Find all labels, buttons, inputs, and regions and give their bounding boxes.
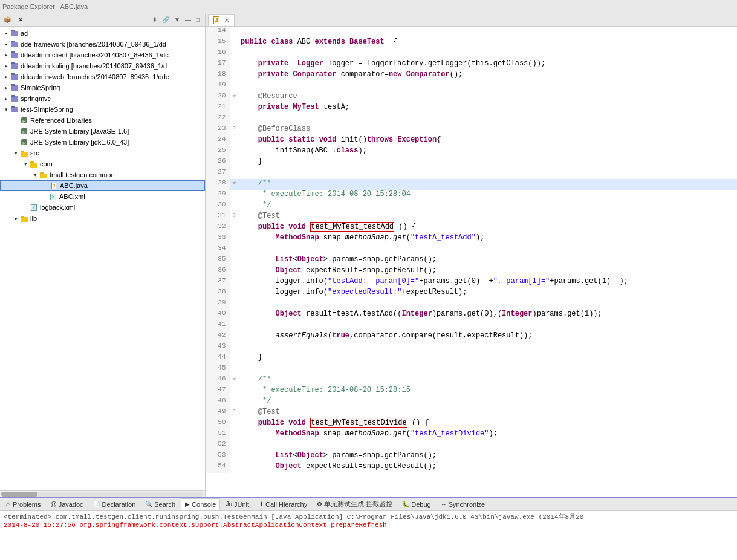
code-row-24[interactable]: 24 public static void init()throws Excep…	[206, 135, 737, 146]
tree-item-ddeadmin-client[interactable]: ▸ddeadmin-client [branches/20140807_8943…	[0, 50, 205, 60]
code-cell-50[interactable]: public void test_MyTest_testDivide () {	[238, 418, 737, 429]
maximize-btn[interactable]: □	[194, 16, 201, 24]
expand-arrow-ddeadmin-client[interactable]: ▸	[2, 52, 10, 58]
editor-tab-abc-java[interactable]: J ✕	[208, 14, 235, 26]
code-cell-23[interactable]: @BeforeClass	[238, 125, 737, 135]
code-row-52[interactable]: 52	[206, 440, 737, 451]
code-cell-16[interactable]	[238, 48, 737, 59]
bottom-tab-unittestgen[interactable]: ⚙单元测试生成:拦截监控	[313, 498, 397, 510]
fold-marker-26[interactable]	[230, 157, 238, 168]
tree-item-ref-libs[interactable]: RReferenced Libraries	[0, 115, 205, 126]
code-row-27[interactable]: 27	[206, 168, 737, 179]
code-row-38[interactable]: 38 logger.info("expectedResult:"+expectR…	[206, 288, 737, 299]
fold-marker-29[interactable]	[230, 190, 238, 201]
code-row-42[interactable]: 42 assertEquals(true,comparator.compare(…	[206, 331, 737, 342]
fold-marker-32[interactable]	[230, 223, 238, 233]
fold-marker-49[interactable]: ⊖	[230, 408, 238, 418]
code-cell-17[interactable]: private Logger logger = LoggerFactory.ge…	[238, 59, 737, 70]
code-cell-26[interactable]: }	[238, 157, 737, 168]
code-row-16[interactable]: 16	[206, 48, 737, 59]
fold-marker-28[interactable]: ⊖	[230, 179, 238, 190]
code-row-23[interactable]: 23⊖ @BeforeClass	[206, 125, 737, 135]
code-row-32[interactable]: 32 public void test_MyTest_testAdd () {	[206, 223, 737, 233]
expand-arrow-ddeadmin-kuling[interactable]: ▸	[2, 63, 10, 69]
code-cell-40[interactable]: Object result=testA.testAdd((Integer)par…	[238, 310, 737, 321]
code-cell-18[interactable]: private Comparator comparator=new Compar…	[238, 70, 737, 81]
bottom-tab-synchronize[interactable]: ↔Synchronize	[437, 498, 490, 510]
tree-item-com[interactable]: ▾com	[0, 158, 205, 169]
code-cell-41[interactable]	[238, 321, 737, 331]
code-cell-28[interactable]: /**	[238, 179, 737, 190]
fold-marker-24[interactable]	[230, 135, 238, 146]
code-row-39[interactable]: 39	[206, 299, 737, 310]
code-cell-38[interactable]: logger.info("expectedResult:"+expectResu…	[238, 288, 737, 299]
code-cell-36[interactable]: Object expectResult=snap.getResult();	[238, 266, 737, 277]
tab-close-icon[interactable]: ✕	[224, 17, 229, 24]
bottom-tab-problems[interactable]: ⚠Problems	[1, 498, 45, 510]
code-cell-54[interactable]: Object expectResult=snap.getResult();	[238, 462, 737, 473]
tree-item-logback[interactable]: Xlogback.xml	[0, 202, 205, 213]
expand-arrow-tmall[interactable]: ▾	[31, 172, 39, 178]
code-cell-49[interactable]: @Test	[238, 408, 737, 418]
code-row-35[interactable]: 35 List<Object> params=snap.getParams();	[206, 255, 737, 266]
code-cell-48[interactable]: */	[238, 397, 737, 408]
fold-marker-16[interactable]	[230, 48, 238, 59]
code-cell-45[interactable]	[238, 364, 737, 375]
expand-arrow-springmvc[interactable]: ▸	[2, 96, 10, 102]
code-cell-51[interactable]: MethodSnap snap=methodSnap.get("testA_te…	[238, 429, 737, 440]
code-cell-24[interactable]: public static void init()throws Exceptio…	[238, 135, 737, 146]
tree-item-test-SimpleSpring[interactable]: ▾test-SimpleSpring	[0, 104, 205, 115]
fold-marker-48[interactable]	[230, 397, 238, 408]
tree-item-jre-jdk[interactable]: RJRE System Library [jdk1.6.0_43]	[0, 137, 205, 148]
fold-marker-37[interactable]	[230, 277, 238, 288]
code-cell-20[interactable]: @Resource	[238, 92, 737, 103]
fold-marker-35[interactable]	[230, 255, 238, 266]
expand-arrow-lib[interactable]: ▸	[12, 215, 19, 221]
code-row-53[interactable]: 53 List<Object> params=snap.getParams();	[206, 451, 737, 462]
expand-arrow-dde-framework[interactable]: ▸	[2, 41, 10, 47]
link-editor-btn[interactable]: 🔗	[160, 16, 171, 24]
fold-marker-51[interactable]	[230, 429, 238, 440]
fold-marker-39[interactable]	[230, 299, 238, 310]
fold-marker-18[interactable]	[230, 70, 238, 81]
expand-arrow-SimpleSpring[interactable]: ▸	[2, 85, 10, 91]
code-row-33[interactable]: 33 MethodSnap snap=methodSnap.get("testA…	[206, 233, 737, 244]
code-cell-53[interactable]: List<Object> params=snap.getParams();	[238, 451, 737, 462]
fold-marker-44[interactable]	[230, 353, 238, 364]
code-cell-29[interactable]: * executeTime: 2014-08-20 15:28:04	[238, 190, 737, 201]
fold-marker-33[interactable]	[230, 233, 238, 244]
code-cell-19[interactable]	[238, 81, 737, 92]
code-row-43[interactable]: 43	[206, 342, 737, 353]
code-row-19[interactable]: 19	[206, 81, 737, 92]
fold-marker-17[interactable]	[230, 59, 238, 70]
code-row-46[interactable]: 46⊖ /**	[206, 375, 737, 386]
code-row-48[interactable]: 48 */	[206, 397, 737, 408]
code-cell-37[interactable]: logger.info("testAdd: param[0]="+params.…	[238, 277, 737, 288]
code-row-36[interactable]: 36 Object expectResult=snap.getResult();	[206, 266, 737, 277]
code-cell-25[interactable]: initSnap(ABC .class);	[238, 146, 737, 157]
code-row-37[interactable]: 37 logger.info("testAdd: param[0]="+para…	[206, 277, 737, 288]
bottom-tab-search[interactable]: 🔍Search	[141, 498, 180, 510]
tree-item-src[interactable]: ▾src	[0, 148, 205, 158]
fold-marker-14[interactable]	[230, 27, 238, 37]
code-row-30[interactable]: 30 */	[206, 201, 737, 212]
fold-marker-19[interactable]	[230, 81, 238, 92]
code-cell-15[interactable]: public class ABC extends BaseTest {	[238, 37, 737, 48]
code-row-21[interactable]: 21 private MyTest testA;	[206, 103, 737, 114]
expand-arrow-ddeadmin-web[interactable]: ▸	[2, 74, 10, 80]
tree-item-lib[interactable]: ▸lib	[0, 213, 205, 224]
code-row-34[interactable]: 34	[206, 244, 737, 255]
fold-marker-36[interactable]	[230, 266, 238, 277]
code-row-18[interactable]: 18 private Comparator comparator=new Com…	[206, 70, 737, 81]
fold-marker-21[interactable]	[230, 103, 238, 114]
bottom-tab-callhierarchy[interactable]: ⬆Call Hierarchy	[255, 498, 311, 510]
code-cell-35[interactable]: List<Object> params=snap.getParams();	[238, 255, 737, 266]
panel-close-icon[interactable]: ✕	[18, 16, 23, 23]
bottom-tab-debug[interactable]: 🐛Debug	[398, 498, 435, 510]
fold-marker-43[interactable]	[230, 342, 238, 353]
fold-marker-50[interactable]	[230, 418, 238, 429]
code-cell-14[interactable]	[238, 27, 737, 37]
code-cell-52[interactable]	[238, 440, 737, 451]
code-row-22[interactable]: 22	[206, 114, 737, 125]
code-cell-43[interactable]	[238, 342, 737, 353]
